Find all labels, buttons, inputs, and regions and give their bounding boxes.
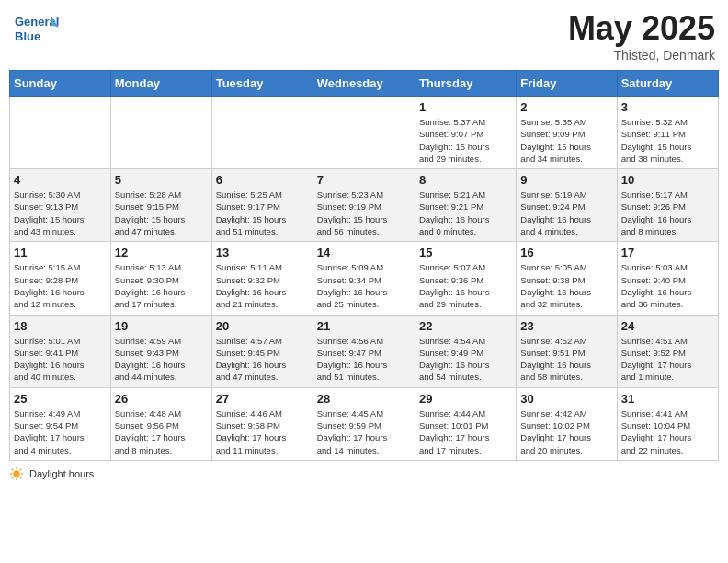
day-info: Sunrise: 5:21 AM Sunset: 9:21 PM Dayligh… <box>419 189 512 237</box>
day-number: 22 <box>419 319 512 333</box>
calendar-day-cell: 15Sunrise: 5:07 AM Sunset: 9:36 PM Dayli… <box>415 242 516 315</box>
day-info: Sunrise: 5:05 AM Sunset: 9:38 PM Dayligh… <box>520 261 612 310</box>
day-number: 14 <box>317 246 411 259</box>
day-info: Sunrise: 4:51 AM Sunset: 9:52 PM Dayligh… <box>621 335 714 384</box>
day-info: Sunrise: 4:54 AM Sunset: 9:49 PM Dayligh… <box>419 335 512 384</box>
calendar-day-cell: 31Sunrise: 4:41 AM Sunset: 10:04 PM Dayl… <box>617 387 718 460</box>
calendar-table: SundayMondayTuesdayWednesdayThursdayFrid… <box>9 70 719 461</box>
day-number: 17 <box>621 246 714 259</box>
calendar-day-cell: 5Sunrise: 5:28 AM Sunset: 9:15 PM Daylig… <box>110 169 211 242</box>
daylight-label: Daylight hours <box>29 468 94 479</box>
calendar-day-cell: 17Sunrise: 5:03 AM Sunset: 9:40 PM Dayli… <box>617 242 718 315</box>
day-number: 15 <box>419 246 512 259</box>
calendar-day-cell: 19Sunrise: 4:59 AM Sunset: 9:43 PM Dayli… <box>110 315 211 387</box>
day-info: Sunrise: 4:57 AM Sunset: 9:45 PM Dayligh… <box>216 335 309 384</box>
day-number: 11 <box>14 246 107 259</box>
day-number: 2 <box>520 100 612 114</box>
day-info: Sunrise: 5:13 AM Sunset: 9:30 PM Dayligh… <box>115 261 208 310</box>
day-info: Sunrise: 5:11 AM Sunset: 9:32 PM Dayligh… <box>216 261 309 310</box>
day-number: 19 <box>115 319 208 333</box>
day-number: 7 <box>317 173 411 187</box>
logo: General Blue <box>13 9 59 50</box>
calendar-day-cell: 29Sunrise: 4:44 AM Sunset: 10:01 PM Dayl… <box>415 387 516 460</box>
svg-line-10 <box>20 477 21 478</box>
day-info: Sunrise: 4:59 AM Sunset: 9:43 PM Dayligh… <box>115 335 208 384</box>
calendar-day-cell: 27Sunrise: 4:46 AM Sunset: 9:58 PM Dayli… <box>211 387 313 460</box>
calendar-day-cell: 1Sunrise: 5:37 AM Sunset: 9:07 PM Daylig… <box>415 97 516 169</box>
day-info: Sunrise: 5:23 AM Sunset: 9:19 PM Dayligh… <box>317 189 411 237</box>
svg-text:Blue: Blue <box>15 29 40 43</box>
calendar-day-cell: 18Sunrise: 5:01 AM Sunset: 9:41 PM Dayli… <box>10 315 111 387</box>
day-number: 31 <box>621 392 714 406</box>
day-info: Sunrise: 5:32 AM Sunset: 9:11 PM Dayligh… <box>621 116 714 165</box>
calendar-day-cell <box>211 97 313 169</box>
day-info: Sunrise: 4:56 AM Sunset: 9:47 PM Dayligh… <box>317 335 411 384</box>
day-number: 30 <box>520 392 612 406</box>
day-info: Sunrise: 5:03 AM Sunset: 9:40 PM Dayligh… <box>621 261 714 310</box>
calendar-day-cell: 20Sunrise: 4:57 AM Sunset: 9:45 PM Dayli… <box>211 315 313 387</box>
calendar-day-cell: 26Sunrise: 4:48 AM Sunset: 9:56 PM Dayli… <box>110 387 211 460</box>
calendar-day-cell: 21Sunrise: 4:56 AM Sunset: 9:47 PM Dayli… <box>313 315 415 387</box>
calendar-day-cell: 13Sunrise: 5:11 AM Sunset: 9:32 PM Dayli… <box>211 242 313 315</box>
calendar-week-row: 11Sunrise: 5:15 AM Sunset: 9:28 PM Dayli… <box>10 242 719 315</box>
day-number: 6 <box>216 173 309 187</box>
calendar-day-cell: 25Sunrise: 4:49 AM Sunset: 9:54 PM Dayli… <box>10 387 111 460</box>
calendar-day-cell: 6Sunrise: 5:25 AM Sunset: 9:17 PM Daylig… <box>211 169 313 242</box>
calendar-day-cell: 8Sunrise: 5:21 AM Sunset: 9:21 PM Daylig… <box>415 169 516 242</box>
sun-icon <box>9 466 24 481</box>
day-info: Sunrise: 4:41 AM Sunset: 10:04 PM Daylig… <box>621 408 714 456</box>
day-number: 4 <box>14 173 107 187</box>
calendar-day-cell: 16Sunrise: 5:05 AM Sunset: 9:38 PM Dayli… <box>517 242 617 315</box>
day-info: Sunrise: 5:25 AM Sunset: 9:17 PM Dayligh… <box>216 189 309 237</box>
calendar-day-cell: 11Sunrise: 5:15 AM Sunset: 9:28 PM Dayli… <box>10 242 111 315</box>
calendar-day-cell <box>10 97 111 169</box>
svg-line-12 <box>12 477 13 478</box>
day-info: Sunrise: 5:35 AM Sunset: 9:09 PM Dayligh… <box>520 116 612 165</box>
day-number: 25 <box>14 392 107 406</box>
day-number: 27 <box>216 392 309 406</box>
day-info: Sunrise: 4:42 AM Sunset: 10:02 PM Daylig… <box>520 408 612 456</box>
calendar-day-cell: 4Sunrise: 5:30 AM Sunset: 9:13 PM Daylig… <box>10 169 111 242</box>
calendar-day-cell: 3Sunrise: 5:32 AM Sunset: 9:11 PM Daylig… <box>617 97 718 169</box>
calendar-day-cell <box>313 97 415 169</box>
day-info: Sunrise: 4:48 AM Sunset: 9:56 PM Dayligh… <box>115 408 208 456</box>
day-info: Sunrise: 5:17 AM Sunset: 9:26 PM Dayligh… <box>621 189 714 237</box>
day-number: 24 <box>621 319 714 333</box>
day-info: Sunrise: 5:07 AM Sunset: 9:36 PM Dayligh… <box>419 261 512 310</box>
svg-point-4 <box>14 470 20 477</box>
day-number: 28 <box>317 392 411 406</box>
day-info: Sunrise: 5:01 AM Sunset: 9:41 PM Dayligh… <box>14 335 107 384</box>
calendar-header-row: SundayMondayTuesdayWednesdayThursdayFrid… <box>10 71 719 97</box>
day-info: Sunrise: 4:45 AM Sunset: 9:59 PM Dayligh… <box>317 408 411 456</box>
calendar-day-header: Friday <box>517 71 617 97</box>
calendar-day-cell: 30Sunrise: 4:42 AM Sunset: 10:02 PM Dayl… <box>517 387 617 460</box>
calendar-day-cell: 9Sunrise: 5:19 AM Sunset: 9:24 PM Daylig… <box>517 169 617 242</box>
calendar-day-cell: 12Sunrise: 5:13 AM Sunset: 9:30 PM Dayli… <box>110 242 211 315</box>
day-info: Sunrise: 5:37 AM Sunset: 9:07 PM Dayligh… <box>419 116 512 165</box>
day-info: Sunrise: 5:09 AM Sunset: 9:34 PM Dayligh… <box>317 261 411 310</box>
calendar-location: Thisted, Denmark <box>568 48 715 63</box>
calendar-day-cell: 2Sunrise: 5:35 AM Sunset: 9:09 PM Daylig… <box>517 97 617 169</box>
calendar-day-cell: 24Sunrise: 4:51 AM Sunset: 9:52 PM Dayli… <box>617 315 718 387</box>
svg-line-11 <box>20 469 21 470</box>
calendar-day-header: Wednesday <box>313 71 415 97</box>
calendar-day-cell: 28Sunrise: 4:45 AM Sunset: 9:59 PM Dayli… <box>313 387 415 460</box>
day-info: Sunrise: 5:15 AM Sunset: 9:28 PM Dayligh… <box>14 261 107 310</box>
day-number: 10 <box>621 173 714 187</box>
day-info: Sunrise: 4:46 AM Sunset: 9:58 PM Dayligh… <box>216 408 309 456</box>
day-number: 1 <box>419 100 512 114</box>
day-number: 26 <box>115 392 208 406</box>
calendar-day-cell: 22Sunrise: 4:54 AM Sunset: 9:49 PM Dayli… <box>415 315 516 387</box>
day-info: Sunrise: 4:44 AM Sunset: 10:01 PM Daylig… <box>419 408 512 456</box>
day-number: 16 <box>520 246 612 259</box>
calendar-day-cell: 7Sunrise: 5:23 AM Sunset: 9:19 PM Daylig… <box>313 169 415 242</box>
calendar-day-cell <box>110 97 211 169</box>
day-number: 12 <box>115 246 208 259</box>
day-info: Sunrise: 5:30 AM Sunset: 9:13 PM Dayligh… <box>14 189 107 237</box>
day-number: 5 <box>115 173 208 187</box>
day-number: 18 <box>14 319 107 333</box>
calendar-week-row: 4Sunrise: 5:30 AM Sunset: 9:13 PM Daylig… <box>10 169 719 242</box>
day-number: 13 <box>216 246 309 259</box>
title-block: May 2025 Thisted, Denmark <box>568 9 715 63</box>
day-number: 8 <box>419 173 512 187</box>
